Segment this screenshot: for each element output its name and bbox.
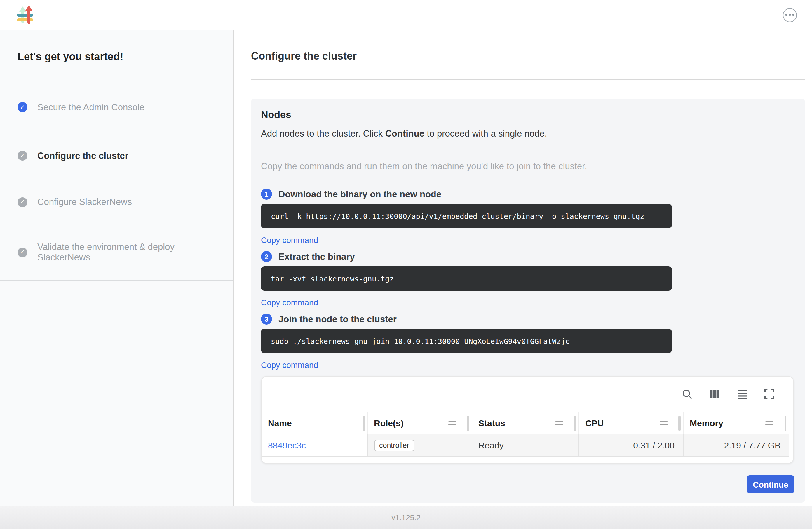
nodes-table: Name Role(s) Status CPU bbox=[262, 412, 789, 457]
node-cpu-cell: 0.31 / 2.00 bbox=[579, 434, 683, 456]
column-header-roles: Role(s) bbox=[367, 412, 472, 434]
drag-handle-icon[interactable] bbox=[555, 419, 563, 427]
step-1-title: Download the binary on the new node bbox=[278, 189, 441, 199]
check-circle-icon: ✓ bbox=[17, 247, 27, 257]
node-name-link[interactable]: 8849ec3c bbox=[268, 440, 306, 450]
sidebar-step-label: Secure the Admin Console bbox=[38, 102, 144, 112]
sidebar-step-configure-slackernews[interactable]: ✓ Configure SlackerNews bbox=[0, 181, 233, 224]
step-3-number-badge: 3 bbox=[261, 314, 272, 325]
main-content: Configure the cluster Nodes Add nodes to… bbox=[233, 30, 812, 506]
table-row: 8849ec3c controller Ready 0.31 / 2.00 2.… bbox=[262, 434, 789, 456]
table-toolbar bbox=[262, 376, 793, 412]
node-memory-cell: 2.19 / 7.77 GB bbox=[683, 434, 789, 456]
node-roles-cell: controller bbox=[367, 434, 472, 456]
step-2-number-badge: 2 bbox=[261, 251, 272, 262]
column-header-cpu: CPU bbox=[579, 412, 683, 434]
toggle-density-icon[interactable] bbox=[736, 388, 749, 401]
sidebar-step-validate-deploy[interactable]: ✓ Validate the environment & deploy Slac… bbox=[0, 224, 233, 281]
toggle-fullscreen-icon[interactable] bbox=[763, 388, 776, 401]
role-badge: controller bbox=[374, 439, 415, 451]
column-header-status: Status bbox=[472, 412, 579, 434]
step-3-command: sudo ./slackernews-gnu join 10.0.0.11:30… bbox=[261, 329, 672, 353]
sidebar-step-label: Configure SlackerNews bbox=[38, 197, 132, 207]
step-2-header: 2 Extract the binary bbox=[261, 251, 794, 262]
continue-button[interactable]: Continue bbox=[747, 475, 794, 494]
title-divider bbox=[251, 80, 805, 80]
column-resize-handle[interactable] bbox=[678, 415, 680, 431]
setup-sidebar: Let's get you started! ✓ Secure the Admi… bbox=[0, 30, 233, 506]
copy-command-link-2[interactable]: Copy command bbox=[261, 298, 318, 308]
check-circle-icon: ✓ bbox=[17, 151, 27, 160]
ellipsis-menu-button[interactable] bbox=[783, 8, 797, 22]
step-2-command: tar -xvf slackernews-gnu.tgz bbox=[261, 266, 672, 291]
column-resize-handle[interactable] bbox=[363, 415, 365, 431]
top-nav bbox=[0, 0, 812, 30]
column-resize-handle[interactable] bbox=[784, 415, 786, 431]
nodes-heading: Nodes bbox=[261, 109, 794, 121]
sidebar-step-label: Validate the environment & deploy Slacke… bbox=[38, 242, 207, 263]
drag-handle-icon[interactable] bbox=[659, 419, 668, 427]
copy-command-link-1[interactable]: Copy command bbox=[261, 235, 318, 245]
step-1-number-badge: 1 bbox=[261, 189, 272, 200]
sidebar-step-label: Configure the cluster bbox=[38, 151, 128, 161]
step-1-command: curl -k https://10.0.0.11:30000/api/v1/e… bbox=[261, 204, 672, 228]
drag-handle-icon[interactable] bbox=[765, 419, 773, 427]
slackernews-logo-icon bbox=[16, 5, 34, 25]
drag-handle-icon[interactable] bbox=[448, 419, 456, 427]
app-footer: v1.125.2 bbox=[0, 506, 812, 529]
nodes-card: Nodes Add nodes to the cluster. Click Co… bbox=[251, 99, 805, 503]
sidebar-step-secure-admin-console[interactable]: ✓ Secure the Admin Console bbox=[0, 84, 233, 131]
copy-command-link-3[interactable]: Copy command bbox=[261, 360, 318, 370]
step-2-title: Extract the binary bbox=[278, 252, 355, 262]
column-resize-handle[interactable] bbox=[574, 415, 576, 431]
page-title: Configure the cluster bbox=[251, 50, 805, 62]
column-resize-handle[interactable] bbox=[467, 415, 469, 431]
nodes-intro: Add nodes to the cluster. Click Continue… bbox=[261, 128, 794, 140]
app-window: Let's get you started! ✓ Secure the Admi… bbox=[0, 0, 812, 529]
step-1-header: 1 Download the binary on the new node bbox=[261, 189, 794, 200]
column-header-name: Name bbox=[262, 412, 367, 434]
show-hide-columns-icon[interactable] bbox=[708, 388, 721, 401]
column-header-memory: Memory bbox=[683, 412, 789, 434]
node-name-cell: 8849ec3c bbox=[262, 434, 367, 456]
copy-commands-hint: Copy the commands and run them on the ma… bbox=[261, 160, 794, 172]
check-circle-icon: ✓ bbox=[17, 197, 27, 207]
table-header-row: Name Role(s) Status CPU bbox=[262, 412, 789, 434]
search-icon[interactable] bbox=[681, 388, 694, 401]
step-3-title: Join the node to the cluster bbox=[278, 314, 397, 324]
nodes-table-card: Name Role(s) Status CPU bbox=[261, 376, 794, 463]
node-status-cell: Ready bbox=[472, 434, 579, 456]
sidebar-title: Let's get you started! bbox=[0, 30, 233, 84]
check-circle-icon: ✓ bbox=[17, 102, 27, 112]
step-3-header: 3 Join the node to the cluster bbox=[261, 314, 794, 325]
version-label: v1.125.2 bbox=[391, 513, 421, 522]
sidebar-step-configure-cluster[interactable]: ✓ Configure the cluster bbox=[0, 131, 233, 181]
